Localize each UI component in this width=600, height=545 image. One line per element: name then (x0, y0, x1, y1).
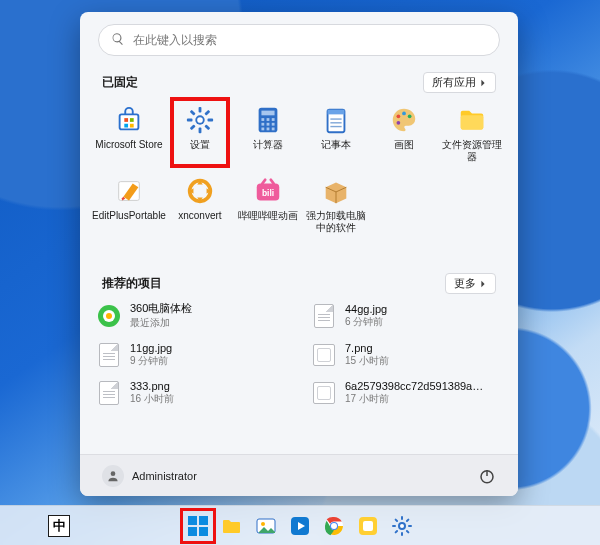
svg-rect-17 (261, 118, 264, 121)
file-name: 44gg.jpg (345, 303, 387, 315)
svg-rect-2 (130, 118, 134, 122)
svg-rect-12 (190, 110, 196, 116)
power-button[interactable] (478, 467, 496, 485)
avatar-icon (102, 465, 124, 487)
taskbar: 中 (0, 505, 600, 545)
svg-rect-57 (363, 521, 373, 531)
svg-rect-46 (188, 516, 197, 525)
svg-point-43 (111, 471, 116, 476)
recommended-item[interactable]: 360电脑体检最近添加 (90, 298, 293, 333)
svg-rect-49 (199, 527, 208, 536)
calculator-icon (253, 105, 283, 135)
all-apps-button[interactable]: 所有应用 (423, 72, 496, 93)
search-box[interactable]: 在此键入以搜索 (98, 24, 500, 56)
palette-icon (389, 105, 419, 135)
image-icon (311, 380, 337, 406)
svg-rect-22 (272, 123, 275, 126)
app-label: 设置 (190, 139, 210, 151)
svg-rect-21 (267, 123, 270, 126)
store-icon (114, 105, 144, 135)
app-editplus[interactable]: EditPlusPortable (92, 172, 166, 237)
svg-rect-0 (120, 114, 139, 129)
app-xnconvert[interactable]: xnconvert (166, 172, 234, 237)
editplus-icon (114, 176, 144, 206)
user-name: Administrator (132, 470, 197, 482)
user-account[interactable]: Administrator (102, 465, 197, 487)
app-microsoft-store[interactable]: Microsoft Store (92, 101, 166, 166)
taskbar-icons (185, 513, 415, 539)
taskbar-explorer[interactable] (219, 513, 245, 539)
app-label: 计算器 (253, 139, 283, 151)
file-icon (96, 380, 122, 406)
svg-rect-48 (188, 527, 197, 536)
app-bilibili[interactable]: bili 哔哩哔哩动画 (234, 172, 302, 237)
chevron-right-icon (479, 280, 487, 288)
more-button[interactable]: 更多 (445, 273, 496, 294)
recommended-list: 360电脑体检最近添加 44gg.jpg6 分钟前 11gg.jpg9 分钟前 … (90, 298, 508, 409)
pinned-title: 已固定 (102, 74, 138, 91)
app-notepad[interactable]: 记事本 (302, 101, 370, 166)
ime-label: 中 (53, 517, 66, 535)
app-paint[interactable]: 画图 (370, 101, 438, 166)
svg-rect-66 (406, 529, 410, 533)
xnconvert-icon (185, 176, 215, 206)
taskbar-start[interactable] (185, 513, 211, 539)
recommended-item[interactable]: 11gg.jpg9 分钟前 (90, 339, 293, 371)
svg-point-34 (396, 121, 400, 125)
svg-rect-6 (199, 107, 202, 113)
file-sub: 9 分钟前 (130, 354, 172, 368)
svg-rect-59 (401, 516, 403, 520)
file-sub: 17 小时前 (345, 392, 485, 406)
app-settings[interactable]: 设置 (166, 101, 234, 166)
svg-rect-24 (267, 128, 270, 131)
svg-point-14 (197, 117, 203, 123)
search-placeholder: 在此键入以搜索 (133, 32, 217, 49)
recommended-item[interactable]: 7.png15 小时前 (305, 339, 508, 371)
file-name: 333.png (130, 380, 174, 392)
app-label: EditPlusPortable (92, 210, 166, 222)
svg-rect-64 (394, 529, 398, 533)
svg-rect-4 (130, 124, 134, 128)
file-name: 7.png (345, 342, 389, 354)
recommended-item[interactable]: 333.png16 小时前 (90, 377, 293, 409)
app-uninstaller[interactable]: 强力卸载电脑中的软件 (302, 172, 370, 237)
taskbar-app-yellow[interactable] (355, 513, 381, 539)
more-label: 更多 (454, 276, 476, 291)
file-sub: 15 小时前 (345, 354, 389, 368)
svg-text:bili: bili (262, 188, 274, 198)
svg-rect-62 (408, 525, 412, 527)
file-icon (311, 303, 337, 329)
svg-rect-65 (394, 518, 398, 522)
search-icon (111, 32, 125, 49)
svg-rect-18 (267, 118, 270, 121)
app-calculator[interactable]: 计算器 (234, 101, 302, 166)
svg-point-31 (396, 114, 400, 118)
svg-rect-25 (272, 128, 275, 131)
bilibili-icon: bili (253, 176, 283, 206)
recommended-item[interactable]: 44gg.jpg6 分钟前 (305, 298, 508, 333)
svg-rect-63 (406, 518, 410, 522)
folder-icon (457, 105, 487, 135)
chevron-right-icon (479, 79, 487, 87)
recommended-item[interactable]: 6a2579398cc72d591389af679703f3...17 小时前 (305, 377, 508, 409)
svg-rect-1 (124, 118, 128, 122)
svg-point-67 (400, 524, 404, 528)
app-label: xnconvert (178, 210, 221, 222)
taskbar-settings[interactable] (389, 513, 415, 539)
app-label: 画图 (394, 139, 414, 151)
svg-rect-47 (199, 516, 208, 525)
app-label: 哔哩哔哩动画 (238, 210, 298, 222)
taskbar-media[interactable] (287, 513, 313, 539)
svg-point-32 (402, 112, 406, 116)
svg-point-42 (106, 313, 112, 319)
svg-rect-16 (261, 111, 274, 116)
gear-icon (185, 105, 215, 135)
start-menu: 在此键入以搜索 已固定 所有应用 Microsoft Store 设置 (80, 12, 518, 496)
svg-rect-61 (392, 525, 396, 527)
app-file-explorer[interactable]: 文件资源管理器 (438, 101, 506, 166)
taskbar-chrome[interactable] (321, 513, 347, 539)
notepad-icon (321, 105, 351, 135)
app-label: 文件资源管理器 (438, 139, 506, 162)
ime-indicator[interactable]: 中 (48, 515, 70, 537)
taskbar-photos[interactable] (253, 513, 279, 539)
